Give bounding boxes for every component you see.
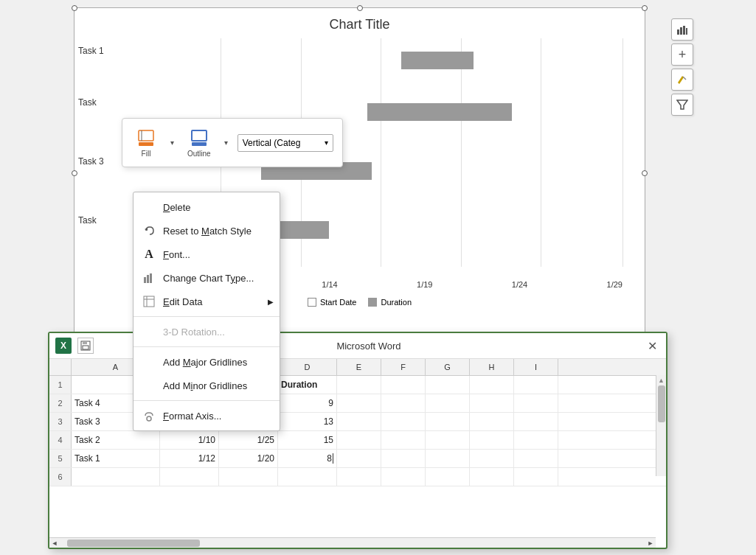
row-label-task3: Task 3: [78, 156, 104, 167]
col-header-g[interactable]: G: [426, 359, 470, 375]
menu-separator-1: [133, 316, 280, 317]
handle-tl[interactable]: [72, 5, 77, 11]
cell-6a[interactable]: [72, 468, 160, 486]
scroll-left-arrow[interactable]: ◄: [49, 538, 60, 548]
handle-ml[interactable]: [72, 170, 77, 176]
col-header-f[interactable]: F: [381, 359, 426, 375]
cell-3e[interactable]: [337, 413, 381, 430]
cell-5h[interactable]: [470, 450, 514, 467]
scrollbar-h-track[interactable]: [60, 538, 645, 548]
cell-1d[interactable]: Duration: [278, 376, 337, 394]
cell-6e[interactable]: [337, 468, 381, 486]
cell-5g[interactable]: [426, 450, 470, 467]
cell-4i[interactable]: [514, 431, 558, 449]
menu-item-reset[interactable]: Reset to Match Style: [133, 219, 280, 242]
fill-dropdown-arrow[interactable]: ▾: [165, 136, 178, 150]
cell-6i[interactable]: [514, 468, 558, 486]
row-num-header: [49, 359, 72, 375]
cell-2d[interactable]: 9: [278, 394, 337, 412]
row-num-6: 6: [49, 468, 72, 486]
outline-dropdown-arrow[interactable]: ▾: [220, 136, 233, 150]
col-header-e[interactable]: E: [337, 359, 381, 375]
cell-6h[interactable]: [470, 468, 514, 486]
bar-task1-duration: [401, 52, 474, 69]
col-header-h[interactable]: H: [470, 359, 514, 375]
legend-duration-label: Duration: [381, 298, 412, 307]
cell-2i[interactable]: [514, 394, 558, 412]
add-element-button[interactable]: +: [671, 43, 693, 66]
bar-task2-duration: [367, 103, 512, 121]
cell-2g[interactable]: [426, 394, 470, 412]
cell-2f[interactable]: [381, 394, 426, 412]
fill-button[interactable]: Fill: [131, 126, 161, 159]
cell-4a[interactable]: Task 2: [72, 431, 160, 449]
scrollbar-thumb-v[interactable]: [658, 385, 665, 422]
cell-5i[interactable]: [514, 450, 558, 467]
cell-4b[interactable]: 1/10: [160, 431, 219, 449]
cell-2h[interactable]: [470, 394, 514, 412]
menu-separator-3: [133, 400, 280, 401]
row-label-task1: Task 1: [78, 46, 104, 56]
cell-1g[interactable]: [426, 376, 470, 394]
cell-6d[interactable]: [278, 468, 337, 486]
cell-4g[interactable]: [426, 431, 470, 449]
spreadsheet-close-button[interactable]: ✕: [644, 338, 660, 354]
menu-item-change-chart[interactable]: Change Chart Type...: [133, 266, 280, 290]
chart-type-button[interactable]: [671, 18, 693, 41]
handle-tm[interactable]: [357, 5, 363, 11]
axis-dropdown[interactable]: Vertical (Categ ▾: [237, 134, 333, 152]
scroll-up-arrow[interactable]: ▲: [656, 375, 666, 384]
table-row: 4 Task 2 1/10 1/25 15: [49, 431, 666, 450]
cell-6g[interactable]: [426, 468, 470, 486]
menu-item-format-axis[interactable]: Format Axis...: [133, 404, 280, 427]
cell-5b[interactable]: 1/12: [160, 450, 219, 467]
x-label-5: 1/24: [512, 280, 527, 289]
vertical-scrollbar[interactable]: ▲: [656, 375, 666, 476]
col-header-d[interactable]: D: [278, 359, 337, 375]
legend-duration-color: [368, 298, 377, 307]
cell-4e[interactable]: [337, 431, 381, 449]
cell-3d[interactable]: 13: [278, 413, 337, 430]
cell-5c[interactable]: 1/20: [219, 450, 278, 467]
scroll-right-arrow[interactable]: ►: [645, 538, 656, 548]
cell-1i[interactable]: [514, 376, 558, 394]
cell-4h[interactable]: [470, 431, 514, 449]
cell-4c[interactable]: 1/25: [219, 431, 278, 449]
cell-5f[interactable]: [381, 450, 426, 467]
cell-3h[interactable]: [470, 413, 514, 430]
cell-5a[interactable]: Task 1: [72, 450, 160, 467]
cell-5e[interactable]: [337, 450, 381, 467]
handle-mr[interactable]: [642, 170, 648, 176]
menu-item-edit-data[interactable]: Edit Data ▶: [133, 290, 280, 313]
filter-button[interactable]: [671, 94, 693, 116]
cell-3i[interactable]: [514, 413, 558, 430]
menu-item-add-minor[interactable]: Add Minor Gridlines: [133, 374, 280, 397]
table-row: 5 Task 1 1/12 1/20 8: [49, 450, 666, 468]
cell-6f[interactable]: [381, 468, 426, 486]
cell-2e[interactable]: [337, 394, 381, 412]
svg-rect-18: [83, 341, 87, 344]
cell-4d[interactable]: 15: [278, 431, 337, 449]
cell-3f[interactable]: [381, 413, 426, 430]
style-button[interactable]: [671, 69, 693, 91]
cell-6b[interactable]: [160, 468, 219, 486]
save-icon[interactable]: [77, 338, 94, 354]
cell-4f[interactable]: [381, 431, 426, 449]
cell-6c[interactable]: [219, 468, 278, 486]
scrollbar-thumb-h[interactable]: [67, 540, 200, 547]
horizontal-scrollbar[interactable]: ◄ ►: [49, 537, 656, 548]
svg-rect-8: [192, 142, 207, 146]
cell-1e[interactable]: [337, 376, 381, 394]
menu-item-font[interactable]: A Font...: [133, 242, 280, 266]
row-num-2: 2: [49, 394, 72, 412]
col-header-i[interactable]: I: [514, 359, 558, 375]
handle-tr[interactable]: [642, 5, 648, 11]
cell-1h[interactable]: [470, 376, 514, 394]
cell-1f[interactable]: [381, 376, 426, 394]
menu-item-add-major[interactable]: Add Major Gridlines: [133, 350, 280, 374]
cell-3g[interactable]: [426, 413, 470, 430]
cell-5d[interactable]: 8: [278, 450, 337, 467]
legend-start-date: Start Date: [308, 298, 357, 307]
outline-button[interactable]: Outline: [183, 126, 215, 159]
menu-item-delete[interactable]: Delete: [133, 195, 280, 219]
